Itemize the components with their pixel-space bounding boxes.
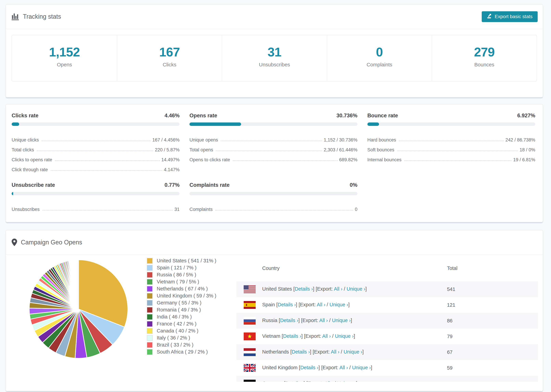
total-cell: 79 [447,329,538,344]
export-unique-link[interactable]: Unique › [332,318,351,323]
legend-item-france[interactable]: France ( 42 / 2% ) [147,320,216,327]
legend-swatch [147,258,153,264]
export-all-link[interactable]: All › [325,381,333,382]
geo-pie-legend: United States ( 541 / 31% )Spain ( 121 /… [147,257,216,355]
rate-value: 6.927% [517,112,535,119]
total-cell: 55 [447,376,538,382]
details-link[interactable]: Details › [292,349,310,355]
bracket: ] [304,381,306,382]
bracket: [ [282,333,283,339]
legend-item-vietnam[interactable]: Vietnam ( 79 / 5% ) [147,278,216,285]
legend-swatch [147,307,153,313]
total-cell: 121 [447,297,538,313]
legend-item-south-africa[interactable]: South Africa ( 29 / 2% ) [147,348,216,355]
rate-detail-row: Unsubscribes31 [12,202,179,212]
details-link[interactable]: Details › [280,318,298,323]
rate-detail-row: Click through rate4.147% [12,162,179,172]
export-unique-link[interactable]: Unique › [352,365,371,370]
rate-progress-bar [190,122,357,126]
rate-title: Opens rate [190,112,217,119]
de-flag-icon [244,380,256,382]
rate-detail-row: Clicks to opens rate14.497% [12,153,179,162]
rate-detail-value: 689.82% [339,157,357,162]
rate-detail-row: Total opens2,303 / 61.446% [190,143,357,153]
bracket: [ [284,381,285,382]
stat-label: Clicks [117,62,222,68]
rate-progress-bar [12,122,179,126]
legend-item-india[interactable]: India ( 46 / 3% ) [147,313,216,320]
details-link[interactable]: Details › [300,365,318,370]
legend-item-canada[interactable]: Canada ( 40 / 2% ) [147,327,216,334]
rate-detail-value: 167 / 4.456% [152,137,179,143]
export-unique-link[interactable]: Unique › [335,333,354,339]
legend-item-united-states[interactable]: United States ( 541 / 31% ) [147,257,216,264]
dotted-leader [233,161,338,161]
legend-label: South Africa ( 29 / 2% ) [157,349,208,355]
export-all-link[interactable]: All › [322,333,331,339]
rates-grid: Clicks rate4.46%Unique clicks167 / 4.456… [12,112,535,212]
export-all-link[interactable]: All › [319,318,328,323]
details-link[interactable]: Details › [283,333,301,339]
export-unique-link[interactable]: Unique › [346,286,365,292]
rate-detail-value: 18 / 0% [520,147,535,153]
separator: / [328,318,332,323]
details-link[interactable]: Details › [278,302,296,307]
export-all-link[interactable]: All › [331,349,339,355]
bracket: ] [296,302,299,307]
rate-detail-label: Hard bounces [367,137,396,143]
export-all-link[interactable]: All › [339,365,348,370]
legend-item-spain[interactable]: Spain ( 121 / 7% ) [147,264,216,271]
rate-detail-row: Opens to clicks rate689.82% [190,153,357,162]
bracket: [ [279,318,280,323]
vn-flag-icon [244,332,256,340]
rate-section-unsubscribe-rate: Unsubscribe rate0.77%Unsubscribes31 [12,182,179,212]
export-unique-link[interactable]: Unique › [329,302,348,307]
rate-detail-label: Internal bounces [367,157,402,162]
legend-label: United Kingdom ( 59 / 3% ) [157,293,216,299]
export-label: Export: [314,349,331,355]
page: Tracking stats Export basic stats 1,152O… [0,0,551,391]
details-link[interactable]: Details › [285,381,304,382]
rate-title: Clicks rate [12,112,38,119]
export-label: Export: [300,302,317,307]
stat-label: Unsubscribes [222,62,327,68]
rate-section-opens-rate: Opens rate30.736%Unique opens1,152 / 30.… [190,112,357,172]
legend-item-brazil[interactable]: Brazil ( 33 / 2% ) [147,341,216,348]
tracking-stats-card: Tracking stats Export basic stats 1,152O… [6,4,543,98]
dotted-leader [215,210,353,210]
bracket: [ [290,349,292,355]
legend-item-italy[interactable]: Italy ( 36 / 2% ) [147,334,216,341]
details-link[interactable]: Details › [295,286,313,292]
geo-table-row-gb: United Kingdom [Details ›] [Export: All … [236,360,538,376]
legend-item-united-kingdom[interactable]: United Kingdom ( 59 / 3% ) [147,292,216,299]
rate-detail-row: Hard bounces242 / 86.738% [367,133,535,143]
export-unique-link[interactable]: Unique › [337,381,356,382]
total-cell: 86 [447,313,538,329]
legend-label: Netherlands ( 67 / 4% ) [157,286,208,292]
rate-progress-bar [12,192,179,195]
bracket: ] [348,302,350,307]
country-name: United States [262,286,293,292]
legend-label: France ( 42 / 2% ) [157,321,197,327]
total-cell: 59 [447,360,538,376]
legend-item-russia[interactable]: Russia ( 86 / 5% ) [147,271,216,278]
dotted-leader [397,151,518,151]
bracket: ] [301,333,304,339]
export-basic-stats-button[interactable]: Export basic stats [482,11,538,22]
rate-section-complaints-rate: Complaints rate0%Complaints0 [190,182,357,212]
country-name: Germany [262,381,284,382]
legend-label: India ( 46 / 3% ) [157,314,192,320]
dotted-leader [404,161,511,161]
geo-opens-title-row: Campaign Geo Opens [12,238,82,246]
legend-item-romania[interactable]: Romania ( 49 / 3% ) [147,306,216,313]
export-unique-link[interactable]: Unique › [344,349,362,355]
legend-item-netherlands[interactable]: Netherlands ( 67 / 4% ) [147,285,216,292]
gb-flag-icon [244,364,256,372]
export-all-link[interactable]: All › [317,302,325,307]
rate-detail-value: 4.147% [164,167,180,172]
geo-table-row-us: United States [Details ›] [Export: All ›… [236,281,538,297]
legend-item-germany[interactable]: Germany ( 55 / 3% ) [147,299,216,306]
export-all-link[interactable]: All › [334,286,342,292]
bracket: ] [310,349,313,355]
separator: / [333,381,337,382]
